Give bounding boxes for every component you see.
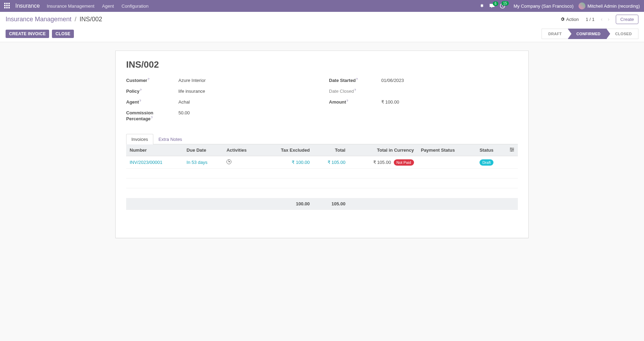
invoices-table: Number Due Date Activities Tax Excluded … [126, 144, 518, 210]
control-panel: Insurance Management / INS/002 Action 1 … [0, 12, 644, 42]
totals-total: 105.00 [313, 198, 349, 210]
form-sheet: INS/002 Customer?Azure InteriorPolicy?li… [115, 51, 529, 238]
company-switcher[interactable]: My Company (San Francisco) [514, 3, 574, 9]
nav-configuration[interactable]: Configuration [122, 3, 148, 9]
tab-headers: Invoices Extra Notes [126, 134, 518, 144]
field-row: Commission Percentage?50.00 [126, 110, 315, 122]
field-label: Amount? [329, 99, 381, 105]
col-total-currency[interactable]: Total in Currency [349, 144, 417, 156]
help-icon[interactable]: ? [148, 77, 150, 81]
totals-tax-excluded: 100.00 [262, 198, 313, 210]
user-menu[interactable]: Mitchell Admin (recording) [578, 2, 640, 9]
pager-prev[interactable]: ‹ [599, 15, 605, 23]
breadcrumb-current: INS/002 [79, 16, 102, 23]
status-badge: Draft [480, 159, 493, 166]
help-icon[interactable]: ? [346, 99, 348, 103]
create-invoice-button[interactable]: CREATE INVOICE [6, 30, 49, 38]
col-activities[interactable]: Activities [223, 144, 262, 156]
field-label: Date Started? [329, 78, 381, 84]
status-bar: DRAFT CONFIRMED CLOSED [542, 29, 638, 39]
field-row: Policy?life insurance [126, 89, 315, 94]
cell-tax-excluded: ₹ 100.00 [262, 156, 313, 169]
help-icon[interactable]: ? [354, 88, 356, 92]
breadcrumb-parent[interactable]: Insurance Management [6, 16, 71, 23]
apps-menu-icon[interactable] [4, 3, 10, 9]
messaging-badge: 6 [493, 1, 498, 6]
activities-badge: 15 [501, 1, 509, 6]
cell-payment-status-spacer [417, 156, 476, 169]
col-status[interactable]: Status [476, 144, 506, 156]
pager[interactable]: 1 / 1 [586, 17, 595, 22]
help-icon[interactable]: ? [140, 88, 141, 92]
activities-icon[interactable]: 15 [500, 3, 505, 9]
col-due-date[interactable]: Due Date [183, 144, 223, 156]
tab-extra-notes[interactable]: Extra Notes [153, 134, 187, 144]
field-value: life insurance [178, 89, 205, 94]
cell-total: ₹ 105.00 [313, 156, 349, 169]
user-name: Mitchell Admin (recording) [588, 3, 640, 9]
help-icon[interactable]: ? [151, 116, 153, 119]
field-value: Azure Interior [178, 78, 206, 83]
invoice-number-link[interactable]: INV/2023/00001 [130, 160, 162, 165]
col-number[interactable]: Number [126, 144, 183, 156]
status-closed[interactable]: CLOSED [607, 29, 638, 39]
messaging-icon[interactable]: 6 [489, 3, 495, 8]
field-label: Policy? [126, 89, 178, 94]
field-value: 50.00 [178, 110, 190, 115]
record-title: INS/002 [126, 59, 518, 70]
activity-clock-icon[interactable] [227, 159, 231, 164]
columns-settings-icon [509, 147, 514, 152]
field-label: Commission Percentage? [126, 110, 178, 122]
field-label: Customer? [126, 78, 178, 84]
field-value: Achal [178, 99, 190, 105]
action-dropdown[interactable]: Action [560, 17, 579, 22]
help-icon[interactable]: ? [356, 77, 358, 81]
top-navbar: Insurance Insurance Management Agent Con… [0, 0, 644, 12]
field-row: Customer?Azure Interior [126, 78, 315, 84]
create-button[interactable]: Create [616, 15, 638, 24]
close-button[interactable]: CLOSE [52, 30, 74, 38]
field-row: Amount?₹ 100.00 [329, 99, 518, 105]
svg-point-2 [513, 149, 514, 150]
totals-row: 100.00 105.00 [126, 198, 518, 210]
status-draft[interactable]: DRAFT [542, 29, 568, 39]
tab-invoices[interactable]: Invoices [126, 134, 153, 144]
field-value: 01/06/2023 [381, 78, 404, 83]
fields-right: Date Started?01/06/2023Date Closed?Amoun… [329, 78, 518, 127]
cell-total-currency: ₹ 105.00 Not Paid [349, 156, 417, 169]
nav-agent[interactable]: Agent [102, 3, 114, 9]
col-settings[interactable] [506, 144, 518, 156]
col-tax-excluded[interactable]: Tax Excluded [262, 144, 313, 156]
col-total[interactable]: Total [313, 144, 349, 156]
gear-icon [560, 17, 565, 22]
debug-icon[interactable] [480, 3, 484, 8]
field-row: Date Started?01/06/2023 [329, 78, 518, 84]
field-row: Date Closed? [329, 89, 518, 94]
col-payment-status[interactable]: Payment Status [417, 144, 476, 156]
fields-left: Customer?Azure InteriorPolicy?life insur… [126, 78, 315, 127]
field-value: ₹ 100.00 [381, 99, 399, 105]
field-row: Agent?Achal [126, 99, 315, 105]
field-label: Date Closed? [329, 89, 381, 94]
svg-point-1 [511, 148, 512, 149]
table-row[interactable]: INV/2023/00001 In 53 days ₹ 100.00 ₹ 105… [126, 156, 518, 169]
nav-insurance-management[interactable]: Insurance Management [47, 3, 94, 9]
breadcrumb: Insurance Management / INS/002 [6, 16, 102, 23]
user-avatar-icon [578, 2, 585, 9]
status-confirmed[interactable]: CONFIRMED [568, 29, 607, 39]
pager-next[interactable]: › [606, 15, 612, 23]
app-brand[interactable]: Insurance [15, 3, 40, 9]
svg-point-3 [511, 151, 512, 152]
payment-status-badge: Not Paid [394, 159, 414, 166]
help-icon[interactable]: ? [139, 99, 141, 103]
due-date-link[interactable]: In 53 days [186, 160, 207, 165]
field-label: Agent? [126, 99, 178, 105]
